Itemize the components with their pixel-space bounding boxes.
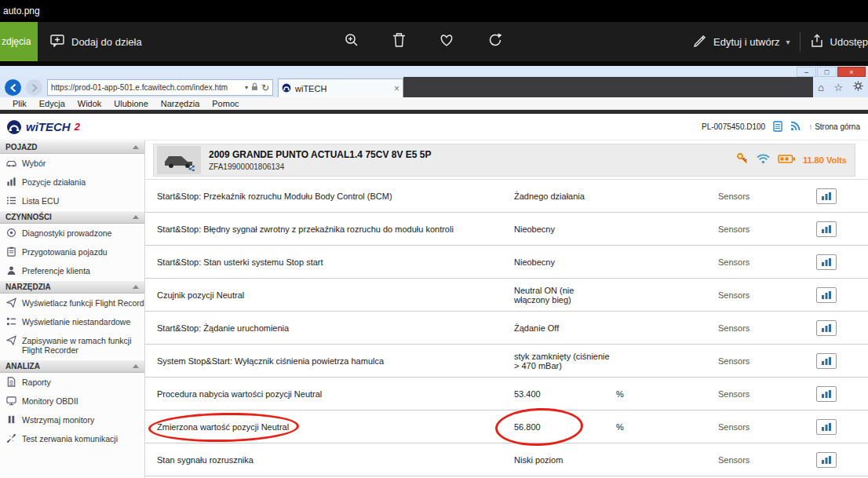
zoom-icon[interactable] [344, 32, 359, 51]
vehicle-car-icon [162, 149, 196, 171]
chart-icon [821, 323, 832, 333]
chart-icon [821, 356, 832, 366]
table-row: Start&Stop: Przekaźnik rozruchu Modułu B… [145, 180, 868, 213]
sidebar-item-flight-recorder-save[interactable]: Zapisywanie w ramach funkcji Flight Reco… [0, 331, 144, 359]
sidebar-item-przygotowania[interactable]: Przygotowania pojazdu [0, 243, 144, 261]
tab-title: wiTECH [295, 84, 390, 93]
sidebar-item-label: Zapisywanie w ramach funkcji Flight Reco… [22, 336, 141, 355]
section-title: CZYNNOŚCI [5, 213, 52, 221]
sidebar-item-label: Wstrzymaj monitory [22, 415, 94, 425]
browser-menubar: Plik Edycja Widok Ulubione Narzędzia Pom… [0, 97, 868, 110]
refresh-icon[interactable]: ↻ [261, 82, 269, 93]
photo-toolbar: zdjęcia Dodaj do dzieła [0, 22, 868, 61]
row-value: Niski poziom [514, 455, 616, 465]
feed-icon[interactable] [790, 121, 801, 133]
chart-button[interactable] [816, 419, 837, 435]
sidebar-item-flight-recorder-viewer[interactable]: Wyświetlacz funkcji Flight Recorder [0, 294, 144, 312]
key-icon [736, 152, 749, 168]
chart-button[interactable] [816, 254, 837, 270]
chart-button[interactable] [816, 386, 837, 402]
settings-gear-icon[interactable] [853, 81, 863, 93]
chart-button[interactable] [816, 452, 837, 468]
sidebar-section-pojazd[interactable]: POJAZD [0, 140, 144, 154]
minimize-button[interactable]: – [797, 67, 816, 77]
sidebar-item-raporty[interactable]: Raporty [0, 373, 144, 392]
sidebar-section-narzedzia[interactable]: NARZĘDZIA [0, 280, 144, 294]
share-button[interactable]: Udostęp [810, 34, 868, 50]
photos-collection-button[interactable]: zdjęcia [0, 22, 38, 61]
tab-close-icon[interactable]: × [394, 83, 399, 94]
sidebar-item-label: Przygotowania pojazdu [22, 247, 108, 257]
delete-icon[interactable] [392, 32, 406, 51]
sidebar-item-pozycje-dzialania[interactable]: Pozycje działania [0, 173, 144, 192]
favorites-star-icon[interactable]: ☆ [834, 82, 844, 93]
address-bar[interactable]: https://prod-01-app-501.e.fcawitech.com/… [47, 79, 273, 96]
home-icon[interactable]: ⌂ [818, 82, 824, 93]
chart-button[interactable] [816, 320, 837, 336]
sidebar-section-analiza[interactable]: ANALIZA [0, 359, 144, 373]
table-row: Start&Stop: Żądanie uruchomienia Żądanie… [145, 312, 868, 345]
row-source: Sensors [718, 224, 816, 234]
sidebar-item-label: Wyświetlanie niestandardowe [22, 317, 130, 327]
edit-create-button[interactable]: Edytuj i utwórz ▾ [693, 34, 790, 50]
row-value: Nieobecny [514, 257, 616, 267]
rotate-icon[interactable] [487, 32, 503, 51]
menu-widok[interactable]: Widok [71, 99, 108, 108]
top-page-link[interactable]: ↑ Strona górna [808, 122, 860, 131]
menu-pomoc[interactable]: Pomoc [206, 99, 245, 108]
brand-version: 2 [75, 121, 80, 133]
chart-icon [821, 192, 832, 201]
target-icon [6, 228, 16, 238]
chart-button[interactable] [816, 188, 837, 204]
chart-button[interactable] [816, 353, 837, 369]
sidebar-item-custom-display[interactable]: Wyświetlanie niestandardowe [0, 312, 144, 331]
sidebar-item-wybor[interactable]: Wybór [0, 154, 144, 173]
favorite-heart-icon[interactable] [439, 33, 454, 50]
screen: auto.png zdjęcia Dodaj do dzieła [0, 0, 868, 478]
document-icon[interactable] [773, 121, 782, 133]
table-row: Start&Stop: Stan usterki systemu Stop st… [145, 246, 868, 279]
menu-narzedzia[interactable]: Narzędzia [155, 99, 206, 108]
menu-edycja[interactable]: Edycja [33, 99, 71, 108]
url-dropdown-icon[interactable]: ▾ [245, 84, 248, 91]
add-to-creation-icon [50, 35, 64, 49]
chart-button[interactable] [816, 287, 837, 303]
app-body: POJAZD Wybór Pozycje działania Lista ECU… [0, 140, 868, 478]
vehicle-info: 2009 GRANDE PUNTO ACTUAL1.4 75CV 8V E5 5… [209, 149, 431, 171]
dealer-id: PL-0075450.D100 [702, 122, 765, 131]
sidebar-item-label: Wyświetlacz funkcji Flight Recorder [22, 298, 144, 308]
sidebar-item-wstrzymaj-monitory[interactable]: Wstrzymaj monitory [0, 410, 144, 429]
monitor-icon [6, 396, 16, 406]
sidebar-item-preferencje[interactable]: Preferencje klienta [0, 261, 144, 280]
toolbar-divider [800, 32, 801, 51]
menu-plik[interactable]: Plik [6, 99, 33, 108]
row-source: Sensors [718, 356, 816, 366]
chart-button[interactable] [816, 221, 837, 237]
row-source: Sensors [718, 290, 816, 300]
maximize-button[interactable]: □ [817, 67, 837, 77]
sidebar-item-monitory-obdii[interactable]: Monitory OBDII [0, 392, 144, 410]
row-unit: % [616, 389, 718, 399]
sidebar-item-test-zerwania[interactable]: Test zerwania komunikacji [0, 429, 144, 448]
collapse-caret-icon [133, 364, 139, 368]
sidebar-item-lista-ecu[interactable]: Lista ECU [0, 192, 144, 210]
row-name: System Stop&Start: Wyłącznik ciśnienia p… [157, 356, 514, 366]
sidebar-item-label: Test zerwania komunikacji [22, 434, 118, 443]
sidebar-item-label: Monitory OBDII [22, 396, 78, 406]
sidebar-item-label: Pozycje działania [22, 177, 86, 187]
add-to-creation-button[interactable]: Dodaj do dzieła [50, 35, 142, 49]
forward-button[interactable] [26, 79, 42, 96]
browser-navbar: https://prod-01-app-501.e.fcawitech.com/… [0, 77, 868, 97]
row-value: 56.800 [514, 422, 616, 432]
browser-tab-witech[interactable]: wiTECH × [278, 78, 403, 97]
tab-favicon [282, 83, 291, 94]
url-text: https://prod-01-app-501.e.fcawitech.com/… [51, 83, 245, 92]
close-button[interactable]: × [837, 67, 866, 77]
edit-create-label: Edytuj i utwórz [713, 36, 780, 48]
sidebar-section-czynnosci[interactable]: CZYNNOŚCI [0, 210, 144, 224]
battery-voltage: 11.80 Volts [803, 155, 847, 165]
row-name: Start&Stop: Żądanie uruchomienia [157, 323, 514, 333]
back-button[interactable] [5, 79, 21, 96]
sidebar-item-diagnostyki[interactable]: Diagnostyki prowadzone [0, 224, 144, 243]
menu-ulubione[interactable]: Ulubione [108, 99, 154, 108]
